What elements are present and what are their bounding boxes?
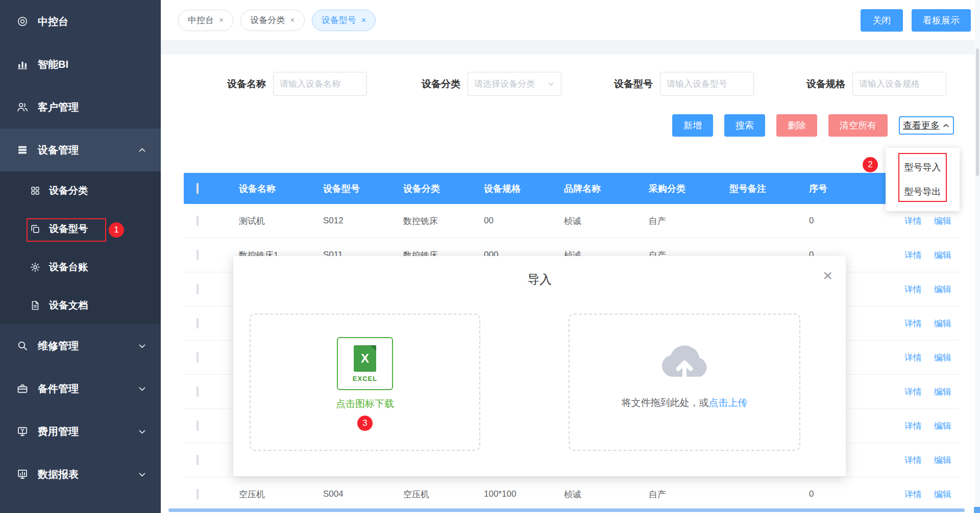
detail-link[interactable]: 详情 — [904, 454, 922, 466]
column-header: 型号备注 — [720, 183, 800, 195]
close-button[interactable]: 关闭 — [861, 9, 903, 32]
delete-button[interactable]: 删除 — [776, 114, 817, 137]
step-badge-2: 2 — [863, 157, 878, 172]
tab-device-model[interactable]: 设备型号× — [312, 10, 376, 31]
clear-all-button[interactable]: 清空所有 — [828, 114, 888, 137]
edit-link[interactable]: 编辑 — [934, 454, 951, 466]
detail-link[interactable]: 详情 — [904, 215, 922, 227]
row-checkbox[interactable] — [197, 250, 199, 260]
sidebar-item-customers[interactable]: 客户管理 — [0, 86, 161, 129]
sidebar-item-console[interactable]: 中控台 — [0, 0, 161, 43]
device-name-input[interactable]: 请输入设备名称 — [273, 72, 367, 96]
row-checkbox[interactable] — [197, 489, 199, 499]
vertical-scrollbar[interactable] — [975, 0, 980, 513]
drop-hint-text: 将文件拖到此处，或 — [622, 397, 709, 408]
sidebar-item-reports[interactable]: 数据报表 — [0, 453, 161, 496]
sidebar-item-label: 中控台 — [38, 15, 68, 29]
select-all-checkbox[interactable] — [197, 183, 199, 194]
table-cell: 空压机 — [394, 489, 475, 500]
row-checkbox[interactable] — [197, 318, 199, 328]
board-display-button[interactable]: 看板展示 — [912, 9, 971, 32]
filter-group-device-spec: 设备规格请输入设备规格 — [806, 72, 946, 96]
detail-link[interactable]: 详情 — [904, 249, 922, 261]
table-cell: S004 — [314, 489, 394, 499]
filter-label: 设备分类 — [422, 78, 460, 91]
excel-icon[interactable]: X EXCEL — [337, 337, 393, 390]
tab-bar: 中控台×设备分类×设备型号× 关闭 看板展示 — [161, 0, 980, 41]
spares-icon — [16, 382, 29, 395]
row-checkbox[interactable] — [197, 352, 199, 363]
edit-link[interactable]: 编辑 — [934, 215, 951, 227]
row-checkbox[interactable] — [197, 455, 199, 465]
bi-icon — [16, 58, 29, 70]
detail-link[interactable]: 详情 — [904, 489, 922, 500]
view-more-dropdown: 型号导入型号导出 — [886, 148, 960, 211]
tab-device-category[interactable]: 设备分类× — [240, 10, 304, 31]
row-checkbox[interactable] — [197, 387, 199, 397]
sidebar-item-device-category[interactable]: 设备分类 — [0, 171, 161, 210]
filter-label: 设备规格 — [806, 78, 845, 91]
scrollbar-corner — [974, 507, 980, 513]
detail-link[interactable]: 详情 — [904, 318, 922, 329]
tab-close-icon[interactable]: × — [361, 16, 366, 25]
sidebar-item-spares[interactable]: 备件管理 — [0, 367, 161, 410]
table-cell: 桢诚 — [555, 215, 640, 227]
detail-link[interactable]: 详情 — [904, 420, 922, 432]
sidebar-item-device-docs[interactable]: 设备文档 — [0, 286, 161, 324]
edit-link[interactable]: 编辑 — [934, 249, 951, 261]
sidebar-item-label: 智能BI — [38, 58, 68, 71]
device-category-select[interactable]: 请选择设备分类 — [468, 72, 561, 96]
detail-link[interactable]: 详情 — [904, 284, 922, 295]
edit-link[interactable]: 编辑 — [934, 352, 951, 364]
add-button[interactable]: 新增 — [672, 114, 713, 137]
horizontal-scrollbar-thumb[interactable] — [168, 508, 965, 512]
close-icon[interactable]: × — [823, 267, 832, 284]
row-checkbox[interactable] — [197, 216, 199, 226]
sidebar-item-label: 设备台账 — [49, 261, 88, 274]
vertical-scrollbar-thumb[interactable] — [976, 48, 979, 176]
edit-link[interactable]: 编辑 — [934, 386, 951, 398]
table-cell: 100*100 — [475, 489, 555, 499]
edit-link[interactable]: 编辑 — [934, 420, 951, 432]
sidebar-item-devices[interactable]: 设备管理 — [0, 129, 161, 171]
upload-drop-area[interactable]: 将文件拖到此处，或点击上传 — [569, 314, 800, 451]
table-header: 设备名称设备型号设备分类设备规格品牌名称采购分类型号备注序号 — [184, 173, 960, 204]
tab-close-icon[interactable]: × — [219, 16, 224, 25]
menu-item-model-export[interactable]: 型号导出 — [886, 179, 960, 204]
detail-link[interactable]: 详情 — [904, 352, 922, 364]
chevron-down-icon — [138, 342, 146, 350]
sidebar-item-repair[interactable]: 维修管理 — [0, 324, 161, 367]
edit-link[interactable]: 编辑 — [934, 489, 951, 500]
edit-link[interactable]: 编辑 — [934, 284, 951, 295]
tab-console[interactable]: 中控台× — [178, 10, 233, 31]
row-checkbox[interactable] — [197, 284, 199, 294]
device-spec-input[interactable]: 请输入设备规格 — [852, 72, 946, 96]
sidebar-item-expense[interactable]: 费用管理 — [0, 410, 161, 453]
tab-close-icon[interactable]: × — [290, 16, 295, 25]
search-button[interactable]: 搜索 — [724, 114, 765, 137]
column-header: 设备型号 — [314, 183, 394, 195]
sidebar-item-label: 设备型号 — [49, 222, 88, 236]
download-template-link[interactable]: 点击图标下载 — [251, 397, 479, 411]
menu-item-model-import[interactable]: 型号导入 — [886, 155, 960, 179]
table-cell: 桢诚 — [555, 489, 640, 500]
sidebar-item-device-model[interactable]: 设备型号 — [0, 210, 161, 248]
ledger-icon — [30, 262, 41, 273]
table-cell: 空压机 — [230, 489, 314, 500]
device-model-input[interactable]: 请输入设备型号 — [660, 72, 754, 96]
document-icon — [30, 300, 41, 311]
edit-link[interactable]: 编辑 — [934, 318, 951, 329]
filter-group-device-model: 设备型号请输入设备型号 — [614, 72, 754, 96]
sidebar-item-bi[interactable]: 智能BI — [0, 43, 161, 86]
view-more-link[interactable]: 查看更多 — [899, 116, 954, 135]
excel-template-area: X EXCEL 点击图标下载 3 — [250, 314, 480, 451]
sidebar-item-device-ledger[interactable]: 设备台账 — [0, 248, 161, 286]
table-cell: 自产 — [640, 489, 720, 500]
upload-link[interactable]: 点击上传 — [709, 397, 748, 408]
table-cell: 数控铣床 — [394, 215, 475, 227]
detail-link[interactable]: 详情 — [904, 386, 922, 398]
row-checkbox[interactable] — [197, 421, 199, 431]
sidebar-item-label: 设备分类 — [49, 184, 88, 197]
table-cell: 00 — [475, 216, 555, 226]
table-cell: S012 — [314, 216, 394, 226]
